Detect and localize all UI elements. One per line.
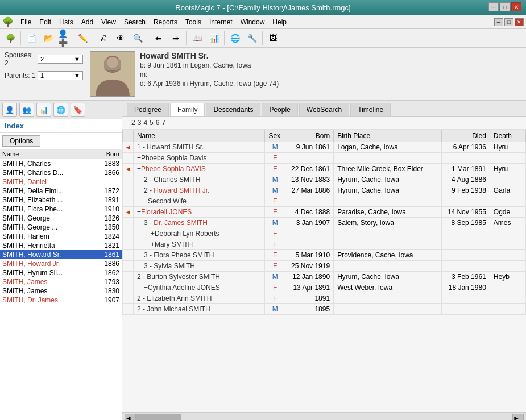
row-arrow[interactable]: ◄ bbox=[123, 207, 134, 218]
toolbar-edit-person[interactable]: ✏️ bbox=[74, 31, 90, 45]
row-name[interactable]: 3 - Flora Phebe SMITH bbox=[133, 250, 264, 261]
row-name-text[interactable]: Howard SMITH Jr. bbox=[154, 186, 209, 194]
minimize-button[interactable]: ─ bbox=[488, 2, 499, 11]
sidebar-list-item[interactable]: SMITH, James1830 bbox=[0, 286, 122, 296]
sidebar-chart-icon[interactable]: 📊 bbox=[36, 103, 51, 117]
row-arrow[interactable]: ◄ bbox=[123, 164, 134, 174]
row-name[interactable]: +Mary SMITH bbox=[133, 239, 264, 250]
inner-close[interactable]: ✕ bbox=[515, 18, 524, 26]
hscroll-left[interactable]: ◄ bbox=[125, 414, 136, 421]
row-name-text[interactable]: John Michael SMITH bbox=[147, 305, 210, 313]
tab-websearch[interactable]: WebSearch bbox=[299, 103, 349, 116]
row-name[interactable]: +Phoebe Sophia Davis bbox=[133, 153, 264, 164]
row-name[interactable]: 2 - Charles SMITH bbox=[133, 174, 264, 185]
sidebar-list-item[interactable]: SMITH, Henrietta1821 bbox=[0, 241, 122, 250]
table-row[interactable]: ◄+Phebe Sophia DAVISF22 Dec 1861Three Mi… bbox=[123, 164, 526, 174]
table-row[interactable]: 2 - Charles SMITHM13 Nov 1883Hyrum, Cach… bbox=[123, 174, 526, 185]
table-row[interactable]: 3 - Dr. James SMITHM3 Jan 1907Salem, Sto… bbox=[123, 218, 526, 228]
menu-view[interactable]: View bbox=[98, 17, 119, 27]
tab-family[interactable]: Family bbox=[170, 103, 205, 116]
row-name[interactable]: +Second Wife bbox=[133, 196, 264, 207]
toolbar-add-person[interactable]: 👤➕ bbox=[57, 31, 73, 45]
toolbar-app-icon[interactable]: 🌳 bbox=[2, 31, 18, 45]
toolbar-tools[interactable]: 🔧 bbox=[244, 31, 260, 45]
sidebar-list-item[interactable]: SMITH, George ...1850 bbox=[0, 223, 122, 232]
sidebar-list-item[interactable]: SMITH, Charles D...1866 bbox=[0, 168, 122, 177]
sidebar-list-item[interactable]: SMITH, Dr. James1907 bbox=[0, 296, 122, 305]
menu-lists[interactable]: Lists bbox=[56, 17, 77, 27]
row-name-text[interactable]: Elizabeth Ann SMITH bbox=[147, 294, 212, 302]
inner-restore[interactable]: □ bbox=[504, 18, 513, 26]
toolbar-back[interactable]: ⬅ bbox=[151, 31, 167, 45]
options-button[interactable]: Options bbox=[2, 135, 40, 147]
row-name-text[interactable]: Howard SMITH Sr. bbox=[147, 143, 204, 151]
sidebar-list-item[interactable]: SMITH, Elizabeth ...1891 bbox=[0, 196, 122, 205]
row-name-text[interactable]: Second Wife bbox=[148, 197, 187, 205]
row-name-text[interactable]: Cynthia Adeline JONES bbox=[148, 284, 220, 292]
row-name[interactable]: +Deborah Lyn Roberts bbox=[133, 228, 264, 239]
table-row[interactable]: 3 - Sylvia SMITHF25 Nov 1919 bbox=[123, 261, 526, 272]
pedigree-nav-6[interactable]: 6 bbox=[156, 119, 160, 127]
sidebar-list-item[interactable]: SMITH, Flora Phe...1910 bbox=[0, 205, 122, 214]
menu-edit[interactable]: Edit bbox=[36, 17, 55, 27]
menu-help[interactable]: Help bbox=[269, 17, 290, 27]
table-row[interactable]: 2 - John Michael SMITHM1895 bbox=[123, 304, 526, 315]
toolbar-book[interactable]: 📖 bbox=[189, 31, 205, 45]
tab-pedigree[interactable]: Pedigree bbox=[127, 103, 169, 116]
row-name[interactable]: 3 - Sylvia SMITH bbox=[133, 261, 264, 272]
row-name-text[interactable]: Sylvia SMITH bbox=[154, 262, 195, 270]
row-name[interactable]: 2 - Howard SMITH Jr. bbox=[133, 185, 264, 196]
sidebar-list-item[interactable]: SMITH, Delia Elmi...1872 bbox=[0, 186, 122, 196]
row-name-text[interactable]: Phoebe Sophia Davis bbox=[141, 154, 206, 162]
table-row[interactable]: +Phoebe Sophia DavisF bbox=[123, 153, 526, 164]
close-button[interactable]: ✕ bbox=[511, 2, 521, 11]
maximize-button[interactable]: □ bbox=[500, 2, 510, 11]
h-scrollbar[interactable]: ◄ ► bbox=[122, 412, 526, 420]
toolbar-internet[interactable]: 🌐 bbox=[227, 31, 243, 45]
pedigree-nav-4[interactable]: 4 bbox=[143, 119, 147, 127]
sidebar-globe-icon[interactable]: 🌐 bbox=[53, 103, 68, 117]
hscroll-thumb[interactable] bbox=[136, 414, 181, 421]
row-name-text[interactable]: Deborah Lyn Roberts bbox=[155, 230, 219, 238]
menu-file[interactable]: File bbox=[17, 17, 35, 27]
pedigree-nav-2[interactable]: 2 bbox=[131, 119, 135, 127]
table-row[interactable]: +Deborah Lyn RobertsF bbox=[123, 228, 526, 239]
toolbar-report[interactable]: 📊 bbox=[206, 31, 222, 45]
row-name-text[interactable]: Mary SMITH bbox=[155, 240, 193, 248]
toolbar-preview[interactable]: 👁 bbox=[113, 31, 129, 45]
menu-internet[interactable]: Internet bbox=[206, 17, 236, 27]
table-row[interactable]: +Second WifeF bbox=[123, 196, 526, 207]
spouses-dropdown[interactable]: 2 ▼ bbox=[38, 55, 83, 64]
toolbar-search[interactable]: 🔍 bbox=[130, 31, 146, 45]
table-row[interactable]: 2 - Burton Sylvester SMITHM12 Jan 1890Hy… bbox=[123, 272, 526, 282]
row-name[interactable]: 1 - Howard SMITH Sr. bbox=[133, 142, 264, 153]
sidebar-bookmark-icon[interactable]: 🔖 bbox=[71, 103, 85, 117]
row-name-text[interactable]: Charles SMITH bbox=[154, 176, 200, 184]
row-arrow[interactable]: ◄ bbox=[123, 142, 134, 153]
row-name[interactable]: +Cynthia Adeline JONES bbox=[133, 282, 264, 293]
pedigree-nav-5[interactable]: 5 bbox=[150, 119, 154, 127]
menu-search[interactable]: Search bbox=[121, 17, 149, 27]
menu-tools[interactable]: Tools bbox=[182, 17, 205, 27]
menu-add[interactable]: Add bbox=[78, 17, 97, 27]
toolbar-forward[interactable]: ➡ bbox=[168, 31, 184, 45]
table-row[interactable]: ◄+Floradell JONESF4 Dec 1888Paradise, Ca… bbox=[123, 207, 526, 218]
hscroll-right[interactable]: ► bbox=[512, 414, 524, 421]
table-row[interactable]: +Cynthia Adeline JONESF13 Apr 1891West W… bbox=[123, 282, 526, 293]
row-name-text[interactable]: Phebe Sophia DAVIS bbox=[141, 165, 206, 173]
menu-reports[interactable]: Reports bbox=[150, 17, 181, 27]
table-row[interactable]: 2 - Elizabeth Ann SMITHF1891 bbox=[123, 293, 526, 304]
toolbar-media[interactable]: 🖼 bbox=[265, 31, 281, 45]
sidebar-list-item[interactable]: SMITH, Howard Sr.1861 bbox=[0, 250, 122, 259]
row-name[interactable]: 3 - Dr. James SMITH bbox=[133, 218, 264, 228]
sidebar-list-item[interactable]: SMITH, Howard Jr.1886 bbox=[0, 259, 122, 268]
toolbar-print[interactable]: 🖨 bbox=[96, 31, 111, 45]
menu-window[interactable]: Window bbox=[237, 17, 268, 27]
pedigree-nav-3[interactable]: 3 bbox=[138, 119, 142, 127]
parents-dropdown[interactable]: 1 ▼ bbox=[38, 71, 83, 80]
row-name[interactable]: 2 - Burton Sylvester SMITH bbox=[133, 272, 264, 282]
tab-descendants[interactable]: Descendants bbox=[206, 103, 260, 116]
row-name-text[interactable]: Dr. James SMITH bbox=[154, 219, 208, 227]
row-name-text[interactable]: Flora Phebe SMITH bbox=[154, 251, 214, 259]
sidebar-list-item[interactable]: SMITH, George1826 bbox=[0, 214, 122, 223]
